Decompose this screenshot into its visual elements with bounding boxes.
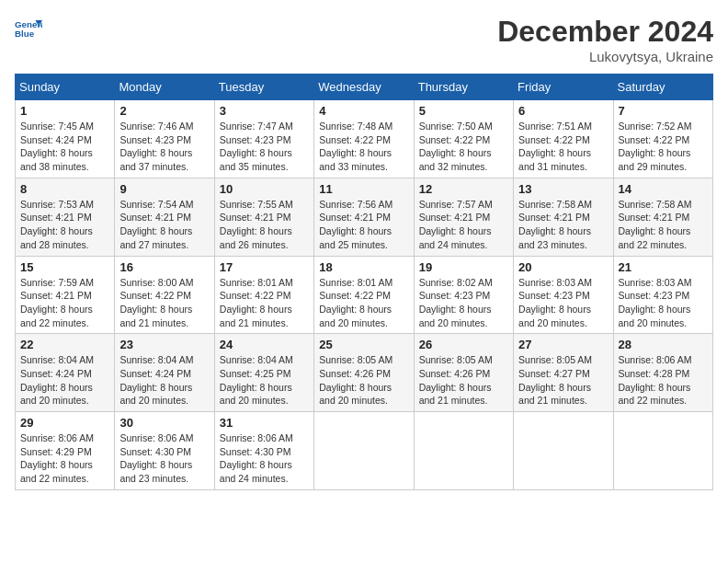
day-of-week-header: Monday — [115, 75, 214, 100]
day-number: 13 — [518, 182, 608, 196]
day-number: 15 — [20, 260, 109, 274]
day-cell-content: 29Sunrise: 8:06 AMSunset: 4:29 PMDayligh… — [20, 416, 109, 486]
calendar-week-row: 1Sunrise: 7:45 AMSunset: 4:24 PMDaylight… — [16, 100, 713, 178]
day-info: Sunrise: 8:01 AMSunset: 4:22 PMDaylight:… — [220, 276, 309, 330]
calendar-cell: 30Sunrise: 8:06 AMSunset: 4:30 PMDayligh… — [115, 412, 214, 490]
calendar-cell: 14Sunrise: 7:58 AMSunset: 4:21 PMDayligh… — [613, 178, 712, 256]
day-info: Sunrise: 8:06 AMSunset: 4:28 PMDaylight:… — [619, 353, 708, 408]
day-info: Sunrise: 8:06 AMSunset: 4:30 PMDaylight:… — [220, 431, 309, 486]
calendar-cell — [414, 412, 513, 490]
day-number: 14 — [619, 182, 708, 196]
calendar-cell: 12Sunrise: 7:57 AMSunset: 4:21 PMDayligh… — [414, 178, 513, 256]
day-cell-content: 8Sunrise: 7:53 AMSunset: 4:21 PMDaylight… — [20, 182, 109, 252]
day-number: 1 — [20, 104, 109, 118]
calendar-cell: 5Sunrise: 7:50 AMSunset: 4:22 PMDaylight… — [414, 100, 513, 178]
day-info: Sunrise: 7:55 AMSunset: 4:21 PMDaylight:… — [220, 198, 309, 252]
day-number: 9 — [119, 182, 209, 196]
day-info: Sunrise: 8:03 AMSunset: 4:23 PMDaylight:… — [518, 276, 608, 330]
day-of-week-header: Saturday — [613, 75, 712, 100]
day-number: 19 — [419, 260, 508, 274]
calendar-cell: 16Sunrise: 8:00 AMSunset: 4:22 PMDayligh… — [115, 256, 214, 334]
day-cell-content: 28Sunrise: 8:06 AMSunset: 4:28 PMDayligh… — [619, 338, 708, 408]
page-header: General Blue December 2024 Lukovytsya, U… — [15, 15, 713, 64]
day-number: 18 — [319, 260, 408, 274]
day-number: 12 — [419, 182, 508, 196]
day-number: 4 — [319, 104, 408, 118]
day-info: Sunrise: 8:06 AMSunset: 4:29 PMDaylight:… — [20, 431, 109, 486]
day-number: 3 — [220, 104, 309, 118]
day-cell-content: 27Sunrise: 8:05 AMSunset: 4:27 PMDayligh… — [518, 338, 608, 408]
day-number: 30 — [119, 416, 209, 430]
day-cell-content: 3Sunrise: 7:47 AMSunset: 4:23 PMDaylight… — [220, 104, 309, 174]
day-cell-content: 1Sunrise: 7:45 AMSunset: 4:24 PMDaylight… — [20, 104, 109, 174]
day-number: 22 — [20, 338, 109, 351]
calendar-cell: 26Sunrise: 8:05 AMSunset: 4:26 PMDayligh… — [414, 334, 513, 412]
day-cell-content: 11Sunrise: 7:56 AMSunset: 4:21 PMDayligh… — [319, 182, 408, 252]
calendar-cell: 17Sunrise: 8:01 AMSunset: 4:22 PMDayligh… — [214, 256, 313, 334]
calendar-week-row: 15Sunrise: 7:59 AMSunset: 4:21 PMDayligh… — [16, 256, 713, 334]
calendar-cell: 6Sunrise: 7:51 AMSunset: 4:22 PMDaylight… — [514, 100, 613, 178]
day-number: 26 — [419, 338, 508, 351]
calendar-cell: 25Sunrise: 8:05 AMSunset: 4:26 PMDayligh… — [314, 334, 414, 412]
day-cell-content: 6Sunrise: 7:51 AMSunset: 4:22 PMDaylight… — [518, 104, 608, 174]
day-info: Sunrise: 7:52 AMSunset: 4:22 PMDaylight:… — [619, 120, 708, 174]
calendar-cell: 23Sunrise: 8:04 AMSunset: 4:24 PMDayligh… — [115, 334, 214, 412]
day-cell-content: 21Sunrise: 8:03 AMSunset: 4:23 PMDayligh… — [619, 260, 708, 330]
day-number: 20 — [518, 260, 608, 274]
calendar-week-row: 29Sunrise: 8:06 AMSunset: 4:29 PMDayligh… — [16, 412, 713, 490]
calendar-cell: 10Sunrise: 7:55 AMSunset: 4:21 PMDayligh… — [214, 178, 313, 256]
day-info: Sunrise: 7:46 AMSunset: 4:23 PMDaylight:… — [119, 120, 209, 174]
calendar-cell: 22Sunrise: 8:04 AMSunset: 4:24 PMDayligh… — [16, 334, 115, 412]
day-number: 7 — [619, 104, 708, 118]
day-number: 31 — [220, 416, 309, 430]
day-of-week-header: Thursday — [414, 75, 513, 100]
calendar-cell: 1Sunrise: 7:45 AMSunset: 4:24 PMDaylight… — [16, 100, 115, 178]
day-cell-content: 19Sunrise: 8:02 AMSunset: 4:23 PMDayligh… — [419, 260, 508, 330]
day-cell-content: 26Sunrise: 8:05 AMSunset: 4:26 PMDayligh… — [419, 338, 508, 408]
calendar-cell: 21Sunrise: 8:03 AMSunset: 4:23 PMDayligh… — [613, 256, 712, 334]
calendar-cell: 3Sunrise: 7:47 AMSunset: 4:23 PMDaylight… — [214, 100, 313, 178]
day-cell-content: 18Sunrise: 8:01 AMSunset: 4:22 PMDayligh… — [319, 260, 408, 330]
day-cell-content: 2Sunrise: 7:46 AMSunset: 4:23 PMDaylight… — [119, 104, 209, 174]
calendar-cell: 15Sunrise: 7:59 AMSunset: 4:21 PMDayligh… — [16, 256, 115, 334]
calendar-cell: 13Sunrise: 7:58 AMSunset: 4:21 PMDayligh… — [514, 178, 613, 256]
day-info: Sunrise: 8:03 AMSunset: 4:23 PMDaylight:… — [619, 276, 708, 330]
day-number: 10 — [220, 182, 309, 196]
calendar-cell: 9Sunrise: 7:54 AMSunset: 4:21 PMDaylight… — [115, 178, 214, 256]
day-info: Sunrise: 7:58 AMSunset: 4:21 PMDaylight:… — [619, 198, 708, 252]
calendar-cell — [613, 412, 712, 490]
day-info: Sunrise: 7:47 AMSunset: 4:23 PMDaylight:… — [220, 120, 309, 174]
calendar-week-row: 22Sunrise: 8:04 AMSunset: 4:24 PMDayligh… — [16, 334, 713, 412]
day-cell-content: 22Sunrise: 8:04 AMSunset: 4:24 PMDayligh… — [20, 338, 109, 408]
day-cell-content: 7Sunrise: 7:52 AMSunset: 4:22 PMDaylight… — [619, 104, 708, 174]
day-cell-content: 31Sunrise: 8:06 AMSunset: 4:30 PMDayligh… — [220, 416, 309, 486]
calendar-cell: 4Sunrise: 7:48 AMSunset: 4:22 PMDaylight… — [314, 100, 414, 178]
day-cell-content: 13Sunrise: 7:58 AMSunset: 4:21 PMDayligh… — [518, 182, 608, 252]
day-number: 16 — [119, 260, 209, 274]
day-info: Sunrise: 8:02 AMSunset: 4:23 PMDaylight:… — [419, 276, 508, 330]
day-info: Sunrise: 7:45 AMSunset: 4:24 PMDaylight:… — [20, 120, 109, 174]
day-info: Sunrise: 8:05 AMSunset: 4:27 PMDaylight:… — [518, 353, 608, 408]
calendar-cell: 29Sunrise: 8:06 AMSunset: 4:29 PMDayligh… — [16, 412, 115, 490]
calendar-cell: 7Sunrise: 7:52 AMSunset: 4:22 PMDaylight… — [613, 100, 712, 178]
day-cell-content: 30Sunrise: 8:06 AMSunset: 4:30 PMDayligh… — [119, 416, 209, 486]
day-number: 27 — [518, 338, 608, 351]
day-number: 29 — [20, 416, 109, 430]
day-number: 17 — [220, 260, 309, 274]
day-of-week-header: Wednesday — [314, 75, 414, 100]
calendar-cell: 11Sunrise: 7:56 AMSunset: 4:21 PMDayligh… — [314, 178, 414, 256]
day-cell-content: 16Sunrise: 8:00 AMSunset: 4:22 PMDayligh… — [119, 260, 209, 330]
day-info: Sunrise: 8:01 AMSunset: 4:22 PMDaylight:… — [319, 276, 408, 330]
day-cell-content: 23Sunrise: 8:04 AMSunset: 4:24 PMDayligh… — [119, 338, 209, 408]
calendar-week-row: 8Sunrise: 7:53 AMSunset: 4:21 PMDaylight… — [16, 178, 713, 256]
calendar-cell: 18Sunrise: 8:01 AMSunset: 4:22 PMDayligh… — [314, 256, 414, 334]
day-info: Sunrise: 8:04 AMSunset: 4:24 PMDaylight:… — [20, 353, 109, 408]
title-block: December 2024 Lukovytsya, Ukraine — [497, 15, 713, 64]
day-info: Sunrise: 8:04 AMSunset: 4:24 PMDaylight:… — [119, 353, 209, 408]
day-info: Sunrise: 7:54 AMSunset: 4:21 PMDaylight:… — [119, 198, 209, 252]
calendar-cell: 31Sunrise: 8:06 AMSunset: 4:30 PMDayligh… — [214, 412, 313, 490]
calendar-cell: 27Sunrise: 8:05 AMSunset: 4:27 PMDayligh… — [514, 334, 613, 412]
month-title: December 2024 — [497, 15, 713, 49]
day-number: 28 — [619, 338, 708, 351]
day-of-week-header: Tuesday — [214, 75, 313, 100]
